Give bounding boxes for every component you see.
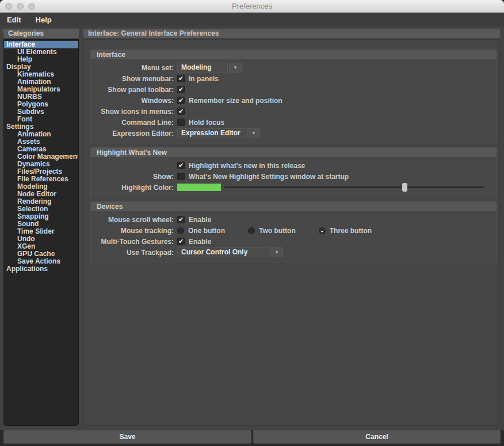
multi-touch-enable-checkbox[interactable]: ✔ bbox=[177, 238, 185, 245]
highlight-color-swatch[interactable] bbox=[177, 184, 221, 191]
chevron-down-icon[interactable]: ▼ bbox=[247, 128, 260, 138]
two-button-radio[interactable] bbox=[248, 227, 255, 234]
sidebar-item-animation[interactable]: Animation bbox=[4, 131, 78, 138]
chevron-down-icon[interactable]: ▼ bbox=[229, 63, 242, 73]
row-mouse-tracking: Mouse tracking: One button Two button ● … bbox=[91, 226, 491, 235]
use-trackpad-label: Use Trackpad: bbox=[91, 249, 177, 257]
footer-bar: Save Cancel bbox=[0, 430, 504, 446]
show-menubar-label: Show menubar: bbox=[91, 75, 177, 83]
highlight-color-slider[interactable] bbox=[224, 183, 484, 192]
one-button-radio-label[interactable]: One button bbox=[188, 227, 225, 235]
one-button-radio[interactable] bbox=[177, 227, 184, 234]
menu-set-value[interactable]: Modeling bbox=[177, 63, 228, 73]
three-button-radio[interactable]: ● bbox=[319, 227, 326, 234]
menu-set-label: Menu set: bbox=[91, 64, 177, 72]
mouse-scroll-enable-checkbox[interactable]: ✔ bbox=[177, 216, 185, 223]
show-panel-toolbar-label: Show panel toolbar: bbox=[91, 86, 177, 94]
windows-label: Windows: bbox=[91, 97, 177, 105]
sidebar-item-applications[interactable]: Applications bbox=[4, 265, 78, 273]
sidebar-item-subdivs[interactable]: Subdivs bbox=[4, 108, 78, 116]
row-show-icons: Show icons in menus: ✔ bbox=[91, 106, 491, 116]
preferences-window: Preferences Edit Help Categories Interfa… bbox=[0, 0, 504, 446]
row-multi-touch: Multi-Touch Gestures: ✔ Enable bbox=[91, 237, 491, 246]
row-highlight-color: Highlight Color: bbox=[91, 182, 491, 192]
show-menubar-checkbox[interactable]: ✔ bbox=[177, 75, 185, 82]
use-trackpad-dropdown[interactable]: Cursor Control Only ▼ bbox=[177, 247, 283, 257]
categories-list[interactable]: InterfaceUI ElementsHelpDisplayKinematic… bbox=[3, 39, 79, 426]
two-button-radio-label[interactable]: Two button bbox=[259, 227, 296, 235]
section-highlight-whats-new: Highlight What's New ✔ Highlight what's … bbox=[90, 147, 497, 197]
section-interface-title: Interface bbox=[91, 50, 497, 59]
row-use-trackpad: Use Trackpad: Cursor Control Only ▼ bbox=[91, 247, 491, 257]
menu-help[interactable]: Help bbox=[36, 16, 52, 24]
expression-editor-value[interactable]: Expression Editor bbox=[177, 128, 246, 138]
show-panel-toolbar-checkbox[interactable]: ✔ bbox=[177, 86, 185, 93]
row-show-menubar: Show menubar: ✔ In panels bbox=[91, 74, 491, 83]
sidebar-item-time-slider[interactable]: Time Slider bbox=[4, 228, 78, 235]
highlight-new-text: Highlight what's new in this release bbox=[189, 162, 305, 170]
row-expression-editor: Expression Editor: Expression Editor ▼ bbox=[91, 128, 491, 138]
window-title: Preferences bbox=[0, 2, 504, 10]
command-line-hold-focus-text: Hold focus bbox=[189, 119, 224, 127]
section-devices: Devices Mouse scroll wheel: ✔ Enable Mou… bbox=[90, 201, 497, 262]
row-highlight-new: ✔ Highlight what's new in this release bbox=[91, 161, 491, 170]
title-bar: Preferences bbox=[0, 0, 504, 13]
slider-track[interactable] bbox=[224, 186, 484, 188]
section-highlight-title: Highlight What's New bbox=[91, 148, 497, 157]
sidebar-item-undo[interactable]: Undo bbox=[4, 235, 78, 243]
section-devices-title: Devices bbox=[91, 202, 497, 211]
row-show-whats-new-window: Show: What's New Highlight Settings wind… bbox=[91, 171, 491, 181]
windows-remember-checkbox[interactable]: ✔ bbox=[177, 97, 185, 104]
whats-new-settings-text: What's New Highlight Settings window at … bbox=[189, 173, 349, 181]
three-button-radio-label[interactable]: Three button bbox=[330, 227, 372, 235]
multi-touch-enable-text: Enable bbox=[189, 238, 211, 246]
mouse-scroll-enable-text: Enable bbox=[189, 216, 211, 224]
row-command-line: Command Line: Hold focus bbox=[91, 117, 491, 127]
menu-set-dropdown[interactable]: Modeling ▼ bbox=[177, 63, 242, 73]
mouse-scroll-wheel-label: Mouse scroll wheel: bbox=[91, 216, 177, 224]
row-menu-set: Menu set: Modeling ▼ bbox=[91, 63, 491, 73]
expression-editor-dropdown[interactable]: Expression Editor ▼ bbox=[177, 128, 260, 138]
cancel-button[interactable]: Cancel bbox=[253, 430, 501, 444]
sidebar-item-ui-elements[interactable]: UI Elements bbox=[4, 48, 78, 56]
row-windows: Windows: ✔ Remember size and position bbox=[91, 96, 491, 105]
whats-new-settings-checkbox[interactable] bbox=[177, 173, 185, 180]
multi-touch-label: Multi-Touch Gestures: bbox=[91, 238, 177, 246]
windows-remember-text: Remember size and position bbox=[189, 97, 282, 105]
row-show-panel-toolbar: Show panel toolbar: ✔ bbox=[91, 85, 491, 94]
show-icons-label: Show icons in menus: bbox=[91, 108, 177, 116]
section-interface: Interface Menu set: Modeling ▼ Show menu… bbox=[90, 49, 497, 143]
page-title: Interface: General Interface Preferences bbox=[83, 29, 500, 38]
categories-header: Categories bbox=[3, 29, 79, 38]
command-line-label: Command Line: bbox=[91, 119, 177, 127]
preferences-panel: Interface Menu set: Modeling ▼ Show menu… bbox=[83, 39, 500, 426]
highlight-color-slider-handle[interactable] bbox=[402, 183, 407, 192]
show-icons-checkbox[interactable]: ✔ bbox=[177, 108, 185, 115]
command-line-hold-focus-checkbox[interactable] bbox=[177, 119, 185, 126]
menu-bar: Edit Help bbox=[0, 13, 504, 26]
row-mouse-scroll-wheel: Mouse scroll wheel: ✔ Enable bbox=[91, 215, 491, 224]
save-button[interactable]: Save bbox=[3, 430, 251, 444]
menu-edit[interactable]: Edit bbox=[7, 16, 21, 24]
show-label: Show: bbox=[91, 173, 177, 181]
use-trackpad-value[interactable]: Cursor Control Only bbox=[177, 247, 269, 257]
chevron-down-icon[interactable]: ▼ bbox=[270, 247, 283, 257]
highlight-color-label: Highlight Color: bbox=[91, 184, 177, 192]
mouse-tracking-label: Mouse tracking: bbox=[91, 227, 177, 235]
show-menubar-text: In panels bbox=[189, 75, 219, 83]
expression-editor-label: Expression Editor: bbox=[91, 129, 177, 138]
sidebar-item-snapping[interactable]: Snapping bbox=[4, 213, 78, 220]
highlight-new-checkbox[interactable]: ✔ bbox=[177, 162, 185, 169]
